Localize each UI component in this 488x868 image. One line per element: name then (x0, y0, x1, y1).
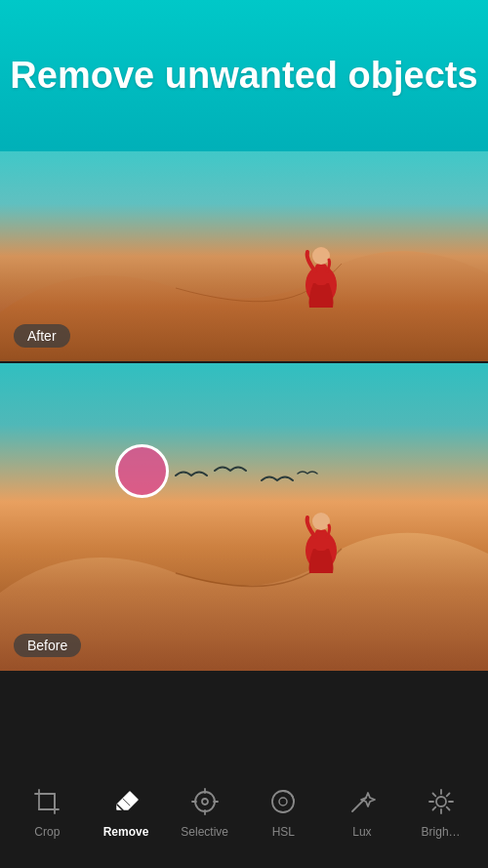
hsl-icon (267, 786, 299, 817)
lux-icon (346, 786, 378, 817)
header-area: Remove unwanted objects (0, 0, 488, 151)
before-badge: Before (14, 634, 81, 657)
svg-line-22 (446, 794, 449, 797)
tool-hsl[interactable]: HSL (249, 776, 317, 839)
lux-label: Lux (352, 825, 371, 839)
tool-remove[interactable]: Remove (92, 776, 160, 839)
crop-label: Crop (34, 825, 60, 839)
before-image (0, 363, 488, 671)
brightness-label: Brigh… (422, 825, 461, 839)
svg-point-15 (436, 797, 446, 806)
brush-circle (115, 444, 169, 498)
svg-line-20 (432, 794, 435, 797)
selective-icon (189, 786, 221, 817)
tool-brightness[interactable]: Brigh… (407, 776, 475, 839)
tool-crop[interactable]: Crop (13, 776, 81, 839)
person-before (300, 500, 344, 573)
toolbar: Crop Remove Selective (0, 747, 488, 868)
crop-icon (31, 786, 62, 817)
svg-point-5 (312, 513, 330, 530)
tool-lux[interactable]: Lux (328, 776, 396, 839)
after-badge: After (14, 324, 70, 348)
tool-selective[interactable]: Selective (171, 776, 239, 839)
before-panel: Before (0, 363, 488, 671)
svg-rect-1 (315, 264, 327, 285)
page-title: Remove unwanted objects (10, 56, 477, 97)
brightness-icon (426, 786, 457, 817)
eraser-icon (110, 786, 142, 817)
after-dune (0, 234, 488, 361)
remove-label: Remove (103, 825, 149, 839)
person-after (300, 234, 344, 308)
svg-line-21 (446, 807, 449, 810)
after-image (0, 151, 488, 361)
svg-point-13 (279, 798, 287, 806)
svg-point-2 (312, 247, 330, 265)
svg-line-14 (352, 798, 366, 811)
svg-line-23 (432, 807, 435, 810)
svg-point-7 (202, 799, 208, 805)
selective-label: Selective (181, 825, 228, 839)
svg-point-6 (195, 792, 215, 811)
svg-rect-4 (315, 529, 327, 551)
hsl-label: HSL (272, 825, 295, 839)
after-panel: After (0, 151, 488, 361)
